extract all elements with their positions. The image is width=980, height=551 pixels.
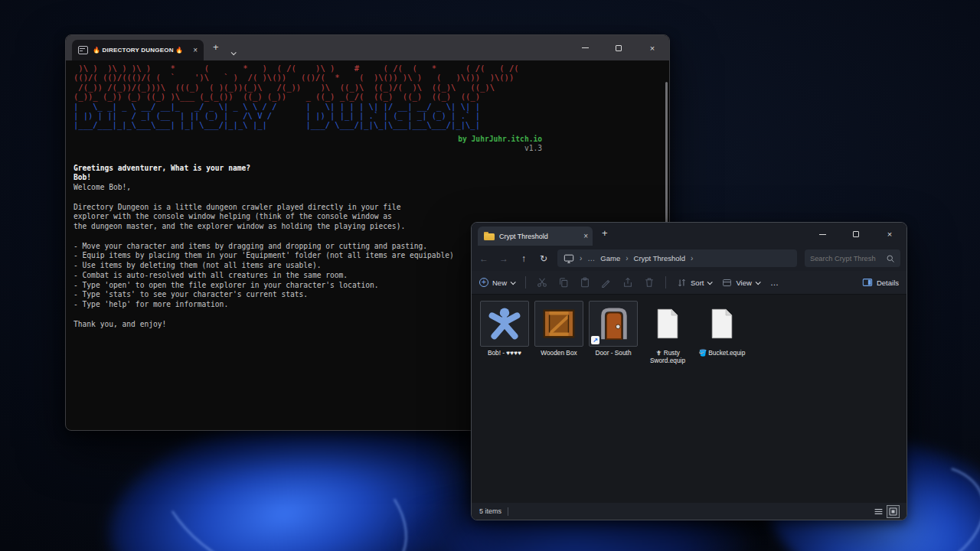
share-icon[interactable] bbox=[622, 277, 633, 288]
ascii-art: )\ ) )\ ) )\ ) * ( * ) ( /( )\ ) # ( /( … bbox=[74, 64, 669, 130]
breadcrumb-segment[interactable]: Game bbox=[600, 254, 620, 262]
paste-icon[interactable] bbox=[580, 277, 590, 288]
cut-icon[interactable] bbox=[537, 277, 547, 288]
terminal-tab-dropdown-icon[interactable] bbox=[231, 44, 235, 58]
ascii-flame-line: )\ ) )\ ) )\ ) * ( * ) ( /( )\ ) # ( /( … bbox=[74, 64, 669, 73]
address-bar[interactable]: › … Game›Crypt Threshold› bbox=[557, 249, 797, 267]
back-icon[interactable]: ← bbox=[478, 253, 490, 264]
file-item-label: 🗡 Rusty Sword.equip bbox=[642, 349, 693, 364]
toolbar-divider bbox=[525, 276, 526, 289]
view-button[interactable]: View bbox=[722, 278, 759, 288]
file-item-4[interactable]: 🪣 Bucket.equip bbox=[697, 301, 747, 357]
terminal-app-icon bbox=[78, 46, 88, 54]
terminal-text-line bbox=[74, 193, 669, 203]
terminal-new-tab-button[interactable]: + bbox=[213, 42, 219, 52]
explorer-maximize-button[interactable] bbox=[839, 223, 873, 246]
explorer-titlebar[interactable]: Crypt Threshold × + × bbox=[472, 223, 906, 246]
large-icons-view-icon[interactable] bbox=[887, 506, 899, 517]
version-text: v1.3 bbox=[74, 144, 542, 153]
terminal-text-line: explorer with the console window helping… bbox=[74, 212, 669, 222]
search-icon[interactable] bbox=[886, 254, 895, 263]
file-item-label: 🪣 Bucket.equip bbox=[699, 349, 746, 357]
byline-text: by JuhrJuhr.itch.io bbox=[74, 135, 542, 144]
ascii-flame-line: (_))_ (_)) (_) ((_) )\___ (_(_()) ((_) (… bbox=[74, 92, 669, 101]
breadcrumb-separator-icon: › bbox=[691, 254, 693, 262]
ascii-title-line: | \_ _| _ \ __/ __|_ _/ _ \| _ \ \ / / |… bbox=[74, 102, 669, 111]
terminal-titlebar[interactable]: 🔥 DIRECTORY DUNGEON 🔥 × + × bbox=[66, 35, 669, 60]
rename-icon[interactable] bbox=[601, 277, 612, 288]
crate-icon[interactable] bbox=[534, 301, 583, 347]
details-pane-icon bbox=[862, 277, 873, 288]
explorer-window: Crypt Threshold × + × ← → ↑ ↻ › … Game›C… bbox=[471, 222, 907, 520]
terminal-text-line: Directory Dungeon is a little dungeon cr… bbox=[74, 203, 669, 213]
new-button[interactable]: + New bbox=[479, 278, 514, 287]
file-item-label: Bob! - ♥♥♥♥ bbox=[488, 349, 521, 357]
ascii-title-line: |___/___|_|_\___\___| |_| \___/|_|_\ |_|… bbox=[74, 120, 669, 129]
ascii-title-line: | |) | || / _| (__ | || (_) | /\ V / | |… bbox=[74, 111, 669, 120]
item-count: 5 items bbox=[479, 507, 501, 515]
terminal-minimize-button[interactable] bbox=[568, 35, 602, 60]
explorer-tab[interactable]: Crypt Threshold × bbox=[478, 227, 593, 246]
terminal-text-line: Bob! bbox=[74, 173, 669, 183]
terminal-text-line: Welcome Bob!, bbox=[74, 183, 669, 193]
terminal-close-button[interactable]: × bbox=[635, 35, 669, 60]
toolbar-divider bbox=[665, 276, 666, 289]
details-button[interactable]: Details bbox=[877, 279, 899, 287]
terminal-maximize-button[interactable] bbox=[602, 35, 635, 60]
more-options-icon[interactable]: … bbox=[770, 278, 779, 287]
refresh-icon[interactable]: ↻ bbox=[537, 253, 550, 264]
search-input[interactable] bbox=[810, 255, 883, 262]
view-icon bbox=[722, 278, 732, 288]
explorer-tab-close-icon[interactable]: × bbox=[583, 232, 588, 240]
terminal-text-line: Greetings adventurer, What is your name? bbox=[74, 164, 669, 174]
file-item-0[interactable]: Bob! - ♥♥♥♥ bbox=[479, 301, 530, 357]
up-icon[interactable]: ↑ bbox=[518, 253, 530, 264]
terminal-tab[interactable]: 🔥 DIRECTORY DUNGEON 🔥 × bbox=[72, 40, 204, 60]
door-icon[interactable]: ↗ bbox=[589, 301, 638, 347]
breadcrumb-separator-icon: › bbox=[626, 254, 628, 262]
explorer-command-bar: + New bbox=[472, 271, 906, 295]
breadcrumb-segment[interactable]: Crypt Threshold bbox=[634, 254, 685, 262]
character-icon[interactable] bbox=[480, 301, 529, 347]
explorer-tab-title: Crypt Threshold bbox=[499, 233, 579, 240]
folder-icon bbox=[484, 232, 495, 240]
delete-icon[interactable] bbox=[644, 277, 655, 288]
terminal-tab-title: 🔥 DIRECTORY DUNGEON 🔥 bbox=[93, 47, 187, 54]
breadcrumb: Game›Crypt Threshold› bbox=[600, 254, 693, 262]
file-icon[interactable] bbox=[697, 301, 746, 347]
sort-button[interactable]: Sort bbox=[677, 278, 711, 288]
search-box[interactable] bbox=[805, 249, 900, 267]
byline-block: by JuhrJuhr.itch.io v1.3 bbox=[74, 135, 542, 154]
copy-icon[interactable] bbox=[558, 277, 569, 288]
explorer-minimize-button[interactable] bbox=[805, 223, 839, 246]
forward-icon[interactable]: → bbox=[498, 253, 510, 264]
explorer-close-button[interactable]: × bbox=[873, 223, 906, 246]
file-item-2[interactable]: ↗Door - South bbox=[588, 301, 639, 357]
details-view-icon[interactable] bbox=[873, 506, 884, 517]
file-item-label: Wooden Box bbox=[541, 349, 577, 357]
statusbar-divider bbox=[508, 507, 508, 516]
ascii-flame-line: /(_)) /(_))/(_)))\ (((_) ( )(_))(_)\ /(_… bbox=[74, 83, 669, 92]
file-icon[interactable] bbox=[643, 301, 692, 347]
file-grid[interactable]: Bob! - ♥♥♥♥Wooden Box↗Door - South🗡 Rust… bbox=[472, 295, 906, 503]
file-item-label: Door - South bbox=[595, 349, 631, 357]
sort-icon bbox=[677, 278, 687, 288]
terminal-tab-close-icon[interactable]: × bbox=[191, 46, 199, 54]
file-item-3[interactable]: 🗡 Rusty Sword.equip bbox=[642, 301, 693, 364]
shortcut-badge-icon: ↗ bbox=[591, 336, 599, 344]
explorer-statusbar: 5 items bbox=[472, 503, 906, 520]
this-pc-icon[interactable] bbox=[564, 253, 574, 264]
breadcrumb-ellipsis[interactable]: … bbox=[587, 254, 595, 262]
explorer-navbar: ← → ↑ ↻ › … Game›Crypt Threshold› bbox=[472, 246, 906, 271]
ascii-flame-line: (()/( (()/((()/( ( ` ')\ ` ) /( )\()) ((… bbox=[74, 73, 669, 82]
explorer-new-tab-button[interactable]: + bbox=[602, 227, 608, 239]
new-plus-icon: + bbox=[479, 278, 488, 287]
file-item-1[interactable]: Wooden Box bbox=[534, 301, 584, 357]
breadcrumb-separator-icon: › bbox=[580, 254, 582, 262]
